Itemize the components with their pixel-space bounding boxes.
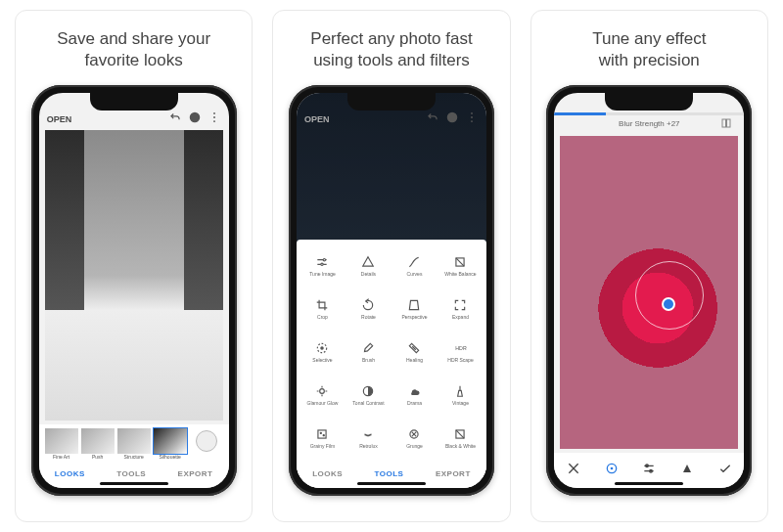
showcase-panel-2: Perfect any photo fast using tools and f… (272, 10, 510, 522)
notch (90, 93, 178, 111)
tool-brush[interactable]: Brush (346, 332, 391, 373)
sliders-icon[interactable] (641, 461, 657, 476)
svg-point-12 (321, 347, 323, 349)
more-icon[interactable] (207, 111, 221, 124)
svg-point-2 (213, 116, 215, 118)
tool-healing[interactable]: Healing (392, 332, 437, 373)
tool-grid: Tune Image Details Curves White Balance … (297, 240, 486, 464)
tool-glamour-glow[interactable]: Glamour Glow (300, 375, 345, 416)
info-icon[interactable] (188, 111, 202, 124)
effect-radius-circle[interactable] (635, 261, 704, 330)
look-thumb-silhouette[interactable]: Silhouette (154, 428, 187, 460)
app-screen-looks: OPEN Fine Art Push Structure Silhouette (39, 93, 229, 488)
tools-panel: Tune Image Details Curves White Balance … (297, 240, 486, 488)
effect-label-bar: Blur Strength +27 (554, 115, 744, 132)
look-add[interactable] (190, 428, 223, 460)
svg-point-3 (213, 120, 215, 122)
tool-grunge[interactable]: Grunge (392, 418, 437, 459)
tool-expand[interactable]: Expand (438, 288, 483, 330)
looks-strip: Fine Art Push Structure Silhouette (39, 424, 229, 464)
main-photo[interactable] (45, 130, 223, 421)
caption-2: Perfect any photo fast using tools and f… (310, 28, 472, 71)
tool-rotate[interactable]: Rotate (346, 288, 391, 330)
effect-center-dot[interactable] (664, 299, 673, 309)
showcase-panel-3: Tune any effect with precision Blur Stre… (530, 10, 768, 522)
tool-curves[interactable]: Curves (392, 245, 437, 287)
svg-point-5 (471, 112, 473, 114)
apply-icon[interactable] (717, 461, 733, 476)
tool-tonal-contrast[interactable]: Tonal Contrast (346, 375, 391, 416)
tool-retrolux[interactable]: Retrolux (346, 418, 391, 459)
focus-icon[interactable] (604, 461, 620, 476)
tool-tune-image[interactable]: Tune Image (300, 245, 345, 287)
app-screen-effect: Blur Strength +27 (554, 93, 744, 488)
tool-white-balance[interactable]: White Balance (438, 245, 483, 287)
svg-rect-16 (318, 430, 326, 438)
svg-point-1 (213, 112, 215, 114)
compare-icon[interactable] (720, 117, 732, 131)
undo-icon[interactable] (168, 111, 182, 124)
phone-frame-2: OPEN Tune Image Details Curves White Bal… (289, 85, 494, 496)
svg-point-9 (321, 263, 323, 265)
svg-point-14 (320, 389, 325, 394)
tab-tools[interactable]: TOOLS (375, 469, 404, 478)
svg-point-6 (471, 116, 473, 118)
svg-point-0 (189, 112, 200, 123)
caption-1: Save and share your favorite looks (57, 28, 210, 71)
notch (605, 93, 693, 111)
transition-icon[interactable] (679, 461, 695, 476)
svg-point-4 (447, 112, 458, 123)
tab-export[interactable]: EXPORT (436, 469, 471, 478)
showcase-panel-1: Save and share your favorite looks OPEN (15, 10, 253, 522)
tool-hdr-scape[interactable]: HDRHDR Scape (438, 332, 483, 373)
tool-vintage[interactable]: Vintage (438, 375, 483, 416)
tab-export[interactable]: EXPORT (178, 469, 213, 478)
tool-drama[interactable]: Drama (392, 375, 437, 416)
undo-icon[interactable] (426, 111, 439, 124)
look-thumb-structure[interactable]: Structure (117, 428, 151, 460)
main-photo[interactable] (560, 136, 738, 449)
svg-text:HDR: HDR (456, 346, 468, 352)
app-screen-tools: OPEN Tune Image Details Curves White Bal… (297, 93, 486, 488)
open-button[interactable]: OPEN (47, 114, 72, 124)
tab-looks[interactable]: LOOKS (312, 469, 343, 478)
tool-grainy-film[interactable]: Grainy Film (300, 418, 345, 459)
tab-looks[interactable]: LOOKS (55, 469, 85, 478)
home-indicator (100, 482, 168, 485)
tool-crop[interactable]: Crop (300, 288, 345, 330)
svg-rect-21 (722, 119, 726, 127)
svg-point-18 (324, 435, 325, 436)
home-indicator (357, 482, 426, 485)
tool-perspective[interactable]: Perspective (392, 288, 437, 330)
notch (347, 93, 436, 111)
look-thumb-push[interactable]: Push (81, 428, 115, 460)
info-icon[interactable] (445, 111, 459, 124)
caption-3: Tune any effect with precision (592, 28, 706, 71)
tool-black-white[interactable]: Black & White (438, 418, 483, 459)
effect-label: Blur Strength +27 (619, 119, 679, 128)
more-icon[interactable] (465, 111, 479, 124)
cancel-icon[interactable] (566, 461, 581, 476)
open-button[interactable]: OPEN (304, 114, 330, 124)
tab-tools[interactable]: TOOLS (116, 469, 146, 478)
svg-point-7 (471, 120, 473, 122)
svg-point-8 (324, 259, 326, 261)
tool-selective[interactable]: Selective (300, 332, 345, 373)
phone-frame-1: OPEN Fine Art Push Structure Silhouette (31, 85, 237, 496)
svg-rect-22 (727, 119, 731, 127)
look-thumb-fine-art[interactable]: Fine Art (45, 428, 78, 460)
tool-details[interactable]: Details (346, 245, 391, 287)
phone-frame-3: Blur Strength +27 (546, 85, 752, 496)
svg-point-24 (610, 467, 613, 470)
home-indicator (615, 482, 683, 485)
svg-point-17 (321, 432, 322, 433)
